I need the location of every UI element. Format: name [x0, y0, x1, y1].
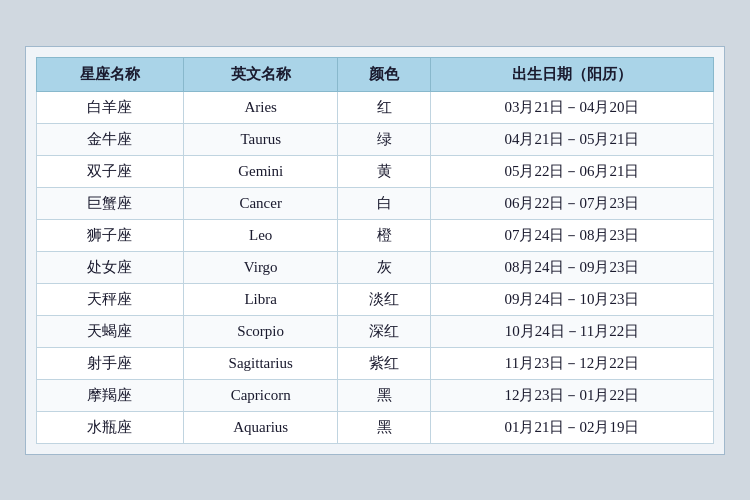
zodiac-table-container: 星座名称 英文名称 颜色 出生日期（阳历） 白羊座Aries红03月21日－04… — [25, 46, 725, 455]
cell-color: 绿 — [338, 123, 431, 155]
cell-color: 黄 — [338, 155, 431, 187]
cell-english-name: Capricorn — [183, 379, 338, 411]
table-row: 狮子座Leo橙07月24日－08月23日 — [37, 219, 714, 251]
cell-dates: 01月21日－02月19日 — [430, 411, 713, 443]
cell-dates: 04月21日－05月21日 — [430, 123, 713, 155]
cell-english-name: Aquarius — [183, 411, 338, 443]
cell-dates: 06月22日－07月23日 — [430, 187, 713, 219]
cell-color: 紫红 — [338, 347, 431, 379]
zodiac-table: 星座名称 英文名称 颜色 出生日期（阳历） 白羊座Aries红03月21日－04… — [36, 57, 714, 444]
cell-color: 灰 — [338, 251, 431, 283]
cell-chinese-name: 处女座 — [37, 251, 184, 283]
cell-dates: 12月23日－01月22日 — [430, 379, 713, 411]
cell-english-name: Virgo — [183, 251, 338, 283]
cell-english-name: Taurus — [183, 123, 338, 155]
cell-chinese-name: 白羊座 — [37, 91, 184, 123]
table-body: 白羊座Aries红03月21日－04月20日金牛座Taurus绿04月21日－0… — [37, 91, 714, 443]
cell-english-name: Aries — [183, 91, 338, 123]
cell-chinese-name: 天秤座 — [37, 283, 184, 315]
cell-dates: 07月24日－08月23日 — [430, 219, 713, 251]
cell-color: 淡红 — [338, 283, 431, 315]
table-row: 水瓶座Aquarius黑01月21日－02月19日 — [37, 411, 714, 443]
cell-color: 白 — [338, 187, 431, 219]
cell-color: 深红 — [338, 315, 431, 347]
cell-dates: 08月24日－09月23日 — [430, 251, 713, 283]
table-row: 摩羯座Capricorn黑12月23日－01月22日 — [37, 379, 714, 411]
cell-chinese-name: 射手座 — [37, 347, 184, 379]
cell-chinese-name: 巨蟹座 — [37, 187, 184, 219]
table-row: 处女座Virgo灰08月24日－09月23日 — [37, 251, 714, 283]
cell-color: 黑 — [338, 379, 431, 411]
cell-dates: 10月24日－11月22日 — [430, 315, 713, 347]
header-color: 颜色 — [338, 57, 431, 91]
cell-english-name: Cancer — [183, 187, 338, 219]
cell-chinese-name: 水瓶座 — [37, 411, 184, 443]
cell-english-name: Sagittarius — [183, 347, 338, 379]
cell-color: 黑 — [338, 411, 431, 443]
table-row: 天秤座Libra淡红09月24日－10月23日 — [37, 283, 714, 315]
table-header-row: 星座名称 英文名称 颜色 出生日期（阳历） — [37, 57, 714, 91]
cell-chinese-name: 摩羯座 — [37, 379, 184, 411]
table-row: 射手座Sagittarius紫红11月23日－12月22日 — [37, 347, 714, 379]
table-row: 白羊座Aries红03月21日－04月20日 — [37, 91, 714, 123]
cell-english-name: Libra — [183, 283, 338, 315]
cell-chinese-name: 天蝎座 — [37, 315, 184, 347]
cell-dates: 05月22日－06月21日 — [430, 155, 713, 187]
cell-dates: 09月24日－10月23日 — [430, 283, 713, 315]
header-english-name: 英文名称 — [183, 57, 338, 91]
table-row: 巨蟹座Cancer白06月22日－07月23日 — [37, 187, 714, 219]
header-chinese-name: 星座名称 — [37, 57, 184, 91]
table-row: 双子座Gemini黄05月22日－06月21日 — [37, 155, 714, 187]
table-row: 天蝎座Scorpio深红10月24日－11月22日 — [37, 315, 714, 347]
cell-color: 橙 — [338, 219, 431, 251]
header-dates: 出生日期（阳历） — [430, 57, 713, 91]
cell-dates: 11月23日－12月22日 — [430, 347, 713, 379]
cell-dates: 03月21日－04月20日 — [430, 91, 713, 123]
cell-english-name: Scorpio — [183, 315, 338, 347]
cell-chinese-name: 狮子座 — [37, 219, 184, 251]
cell-english-name: Gemini — [183, 155, 338, 187]
cell-english-name: Leo — [183, 219, 338, 251]
cell-chinese-name: 金牛座 — [37, 123, 184, 155]
table-row: 金牛座Taurus绿04月21日－05月21日 — [37, 123, 714, 155]
cell-chinese-name: 双子座 — [37, 155, 184, 187]
cell-color: 红 — [338, 91, 431, 123]
